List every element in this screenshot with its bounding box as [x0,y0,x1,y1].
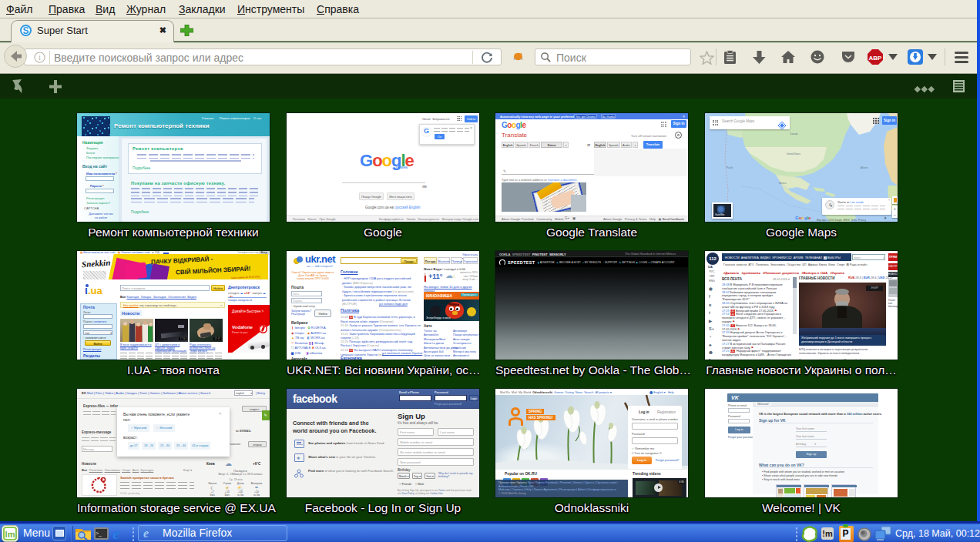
svg-text:ABP: ABP [869,55,883,62]
svg-text:Pacific: Pacific [727,166,733,169]
svg-text:United States: United States [787,152,801,156]
svg-text:Mexico: Mexico [779,182,787,185]
svg-text:Canada: Canada [790,132,798,136]
svg-text:i: i [39,53,41,62]
svg-text:Atlantic: Atlantic [861,166,868,169]
